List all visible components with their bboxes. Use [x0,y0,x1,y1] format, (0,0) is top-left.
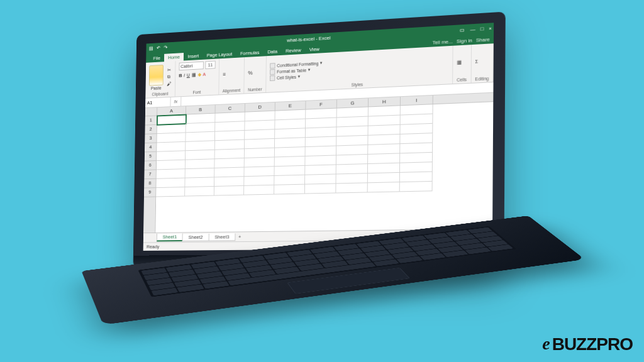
cell[interactable] [275,147,306,157]
close-icon[interactable]: × [489,25,492,31]
cell[interactable] [336,126,368,137]
cell[interactable] [157,133,186,143]
cell[interactable] [336,145,368,156]
cell[interactable] [305,165,336,175]
cell[interactable] [215,140,245,150]
cell[interactable] [214,149,244,159]
cell[interactable] [245,157,275,167]
maximize-icon[interactable]: □ [480,26,484,32]
cell[interactable] [244,176,274,186]
save-icon[interactable]: ▤ [149,45,153,51]
col-header[interactable]: G [337,98,369,107]
col-header[interactable]: C [215,104,245,113]
row-header[interactable]: 6 [145,161,157,170]
cell[interactable] [157,160,186,170]
cell[interactable] [336,136,368,146]
col-header[interactable]: D [245,102,275,112]
cell[interactable] [400,153,433,163]
cell[interactable] [336,183,367,193]
row-header[interactable]: 7 [144,170,156,179]
bold-button[interactable]: B [179,73,182,79]
cell[interactable] [305,146,336,156]
row-header[interactable]: 9 [144,188,156,197]
italic-button[interactable]: I [184,73,185,79]
col-header[interactable]: A [157,106,186,115]
cell[interactable] [305,184,336,194]
cell[interactable] [400,162,433,173]
cell[interactable] [275,128,306,139]
row-header[interactable]: 3 [145,134,157,143]
cell[interactable] [157,151,186,161]
cell[interactable] [214,168,244,178]
ribbon-options-icon[interactable]: ▭ [460,26,465,33]
cell[interactable] [274,185,305,195]
font-size-select[interactable]: 11 [205,61,215,69]
cell[interactable] [214,186,245,196]
cell[interactable] [306,136,337,147]
row-header[interactable]: 4 [145,143,157,152]
copy-icon[interactable]: ⧉ [167,74,172,80]
cell[interactable] [245,148,275,158]
cell[interactable] [186,159,215,169]
cell[interactable] [368,144,400,155]
cell[interactable] [244,167,274,177]
row-header[interactable]: 8 [144,179,156,189]
sheet-tab-1[interactable]: Sheet1 [157,233,183,241]
cut-icon[interactable]: ✂ [167,67,172,73]
cell[interactable] [244,185,274,195]
cell[interactable] [368,173,400,183]
signin-link[interactable]: Sign in [457,38,472,45]
fx-icon[interactable]: fx [170,99,180,104]
cell[interactable] [185,177,214,187]
cell[interactable] [156,178,185,189]
cell[interactable] [400,182,433,192]
col-header[interactable]: H [369,97,401,106]
cell[interactable] [186,141,215,151]
font-color-button[interactable]: A [203,72,206,77]
undo-icon[interactable]: ↶ [157,45,160,50]
underline-button[interactable]: U [187,72,190,78]
name-box[interactable]: A1 [145,97,170,107]
border-button[interactable]: ▦ [192,72,196,78]
row-header[interactable]: 1 [145,116,157,125]
cell[interactable] [185,187,214,197]
cell[interactable] [368,153,400,164]
add-sheet-button[interactable]: + [235,233,244,240]
redo-icon[interactable]: ↷ [164,45,167,50]
col-header[interactable]: I [401,96,433,105]
cell[interactable] [305,155,336,165]
tell-me-search[interactable]: Tell me... [433,39,453,46]
cell[interactable] [157,142,186,152]
row-header[interactable]: 5 [145,152,157,162]
cell[interactable] [306,127,337,138]
cell[interactable] [400,172,433,183]
cell[interactable] [368,125,400,136]
sheet-tab-2[interactable]: Sheet2 [182,233,209,241]
paste-button[interactable] [149,65,164,86]
share-button[interactable]: Share [476,36,490,43]
cell[interactable] [156,187,185,197]
row-header[interactable]: 2 [145,125,157,134]
cell[interactable] [368,182,400,192]
cell[interactable] [400,143,433,153]
sheet-tab-3[interactable]: Sheet3 [208,233,235,241]
cell[interactable] [368,163,400,174]
cell[interactable] [215,131,245,141]
col-header[interactable]: E [275,101,306,111]
cell[interactable] [368,134,400,145]
minimize-icon[interactable]: — [470,26,475,33]
cell[interactable] [400,124,433,134]
cell[interactable] [336,173,367,184]
cell-grid[interactable] [155,102,493,233]
cell[interactable] [275,156,306,167]
cell[interactable] [336,164,368,174]
format-painter-icon[interactable]: 🖌 [167,81,172,87]
select-all-corner[interactable] [145,107,157,116]
cell[interactable] [275,138,306,148]
cell[interactable] [186,132,215,142]
cell[interactable] [157,169,186,179]
cell[interactable] [214,158,244,168]
fill-color-button[interactable]: ◆ [197,72,201,77]
cell[interactable] [214,177,244,187]
cell[interactable] [185,168,214,178]
